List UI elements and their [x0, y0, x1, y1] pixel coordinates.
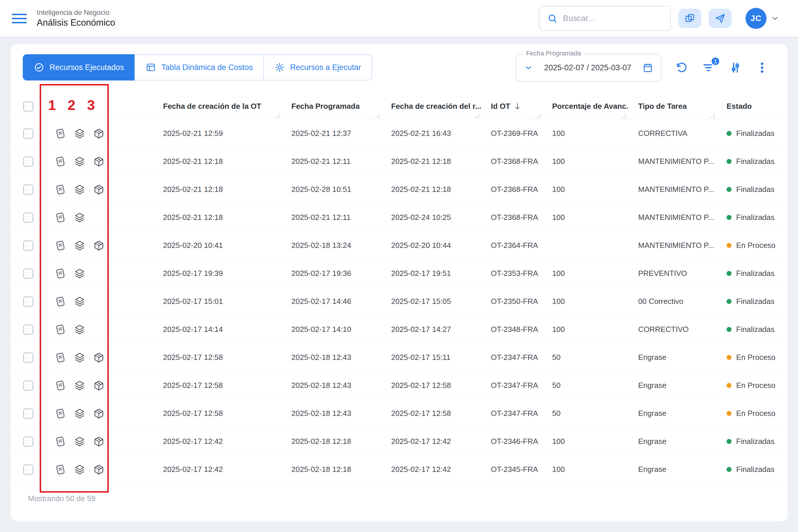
package-icon[interactable]: [93, 380, 105, 392]
chevron-down-icon[interactable]: [524, 63, 533, 72]
cell-tipo-tarea: CORRECTIVO: [629, 325, 717, 334]
receipt-icon[interactable]: [55, 296, 66, 307]
col-id-ot[interactable]: Id OT: [481, 93, 543, 119]
row-checkbox[interactable]: [23, 269, 33, 279]
row-checkbox[interactable]: [23, 185, 33, 194]
cell-fecha-creacion-ot: 2025-02-20 10:41: [153, 241, 282, 250]
layers-icon[interactable]: [74, 380, 86, 392]
layers-icon[interactable]: [74, 128, 86, 139]
cell-tipo-tarea: Engrase: [629, 409, 717, 418]
layers-icon[interactable]: [74, 464, 86, 475]
page-title: Análisis Económico: [37, 17, 115, 28]
cell-id-ot: OT-2347-FRA: [481, 409, 543, 418]
tab-tabla-dinamica-costos[interactable]: Tabla Dinámica de Costos: [134, 54, 264, 80]
package-icon[interactable]: [93, 156, 105, 167]
check-circle-icon: [34, 62, 44, 73]
row-actions: [44, 128, 153, 139]
cell-porcentaje: 100: [543, 297, 629, 306]
package-icon[interactable]: [93, 436, 105, 448]
cell-estado: Finalizadas: [717, 185, 788, 194]
tab-recursos-ejecutados[interactable]: Recursos Ejecutados: [23, 54, 135, 80]
status-dot: [726, 467, 732, 472]
row-checkbox[interactable]: [23, 129, 33, 138]
search-input[interactable]: [563, 14, 668, 23]
cell-id-ot: OT-2348-FRA: [481, 325, 543, 334]
select-all-checkbox[interactable]: [23, 101, 33, 111]
row-checkbox[interactable]: [23, 353, 33, 363]
receipt-icon[interactable]: [55, 268, 66, 280]
send-button[interactable]: [709, 9, 732, 28]
chevron-down-icon[interactable]: [771, 14, 779, 23]
receipt-icon[interactable]: [55, 128, 66, 139]
row-checkbox[interactable]: [23, 325, 33, 335]
status-label: Finalizadas: [736, 465, 775, 474]
col-porcentaje-avance[interactable]: Porcentaje de Avanc...: [543, 93, 629, 119]
row-checkbox[interactable]: [23, 408, 33, 419]
avatar[interactable]: JC: [745, 8, 766, 29]
layers-icon[interactable]: [74, 268, 86, 280]
cell-fecha-programada: 2025-02-21 12:37: [282, 129, 381, 138]
filter-icon[interactable]: 1: [702, 61, 715, 74]
layers-icon[interactable]: [74, 324, 86, 336]
date-range-picker[interactable]: Fecha Programada 2025-02-07 / 2025-03-07: [516, 54, 662, 82]
row-checkbox[interactable]: [23, 437, 33, 446]
row-checkbox[interactable]: [23, 157, 33, 167]
status-dot: [726, 243, 732, 248]
table-row: 2025-02-17 12:42 2025-02-18 12:18 2025-0…: [11, 428, 787, 456]
sliders-icon[interactable]: [728, 61, 742, 74]
menu-icon[interactable]: [12, 14, 27, 23]
package-icon[interactable]: [93, 240, 105, 251]
col-fecha-creacion-ot[interactable]: Fecha de creación de la OT: [153, 93, 282, 119]
package-icon[interactable]: [93, 464, 105, 475]
receipt-icon[interactable]: [55, 352, 66, 363]
receipt-icon[interactable]: [55, 324, 66, 336]
row-checkbox[interactable]: [23, 464, 33, 475]
row-checkbox[interactable]: [23, 241, 33, 250]
table-header-row: Fecha de creación de la OT Fecha Program…: [11, 93, 787, 119]
receipt-icon[interactable]: [55, 408, 66, 419]
receipt-icon[interactable]: [55, 380, 66, 392]
receipt-icon[interactable]: [55, 184, 66, 195]
row-checkbox[interactable]: [23, 381, 33, 391]
receipt-icon[interactable]: [55, 464, 66, 475]
cell-porcentaje: 100: [543, 325, 629, 334]
package-icon[interactable]: [93, 352, 105, 363]
row-checkbox[interactable]: [23, 213, 33, 223]
package-icon[interactable]: [93, 408, 105, 419]
layers-icon[interactable]: [74, 156, 86, 167]
receipt-icon[interactable]: [55, 436, 66, 448]
table-row: 2025-02-21 12:18 2025-02-21 12:11 2025-0…: [11, 148, 787, 176]
tab-recursos-a-ejecutar[interactable]: Recursos a Ejecutar: [263, 54, 372, 80]
table-row: 2025-02-17 12:58 2025-02-18 12:43 2025-0…: [11, 372, 787, 400]
package-icon[interactable]: [93, 128, 105, 139]
tab-label: Recursos Ejecutados: [50, 63, 124, 72]
table-row: 2025-02-17 12:58 2025-02-18 12:43 2025-0…: [11, 344, 787, 372]
refresh-icon[interactable]: [675, 61, 688, 74]
layers-icon[interactable]: [74, 408, 86, 419]
layers-icon[interactable]: [74, 436, 86, 448]
receipt-icon[interactable]: [55, 212, 66, 223]
row-checkbox[interactable]: [23, 297, 33, 306]
calendar-icon[interactable]: [642, 62, 653, 73]
layers-icon[interactable]: [74, 212, 86, 223]
cell-fecha-creacion-ot: 2025-02-17 14:14: [153, 325, 282, 334]
col-estado[interactable]: Estado: [717, 93, 788, 119]
table-row: 2025-02-21 12:18 2025-02-21 12:11 2025-0…: [11, 204, 787, 232]
user-menu[interactable]: JC: [745, 8, 779, 29]
col-tipo-tarea[interactable]: Tipo de Tarea: [629, 93, 717, 119]
col-fecha-programada[interactable]: Fecha Programada: [282, 93, 381, 119]
receipt-icon[interactable]: [55, 240, 66, 251]
layers-icon[interactable]: [74, 184, 86, 195]
receipt-icon[interactable]: [55, 156, 66, 167]
package-icon[interactable]: [93, 184, 105, 195]
cell-porcentaje: 100: [543, 213, 629, 222]
cell-id-ot: OT-2347-FRA: [481, 353, 543, 362]
kebab-menu-icon[interactable]: [755, 61, 769, 74]
sort-desc-icon[interactable]: [514, 102, 521, 111]
cell-estado: Finalizadas: [717, 325, 788, 334]
widgets-button[interactable]: [679, 9, 701, 28]
layers-icon[interactable]: [74, 352, 86, 363]
layers-icon[interactable]: [74, 296, 86, 307]
layers-icon[interactable]: [74, 240, 86, 251]
col-fecha-creacion-r[interactable]: Fecha de creación del r...: [381, 93, 481, 119]
